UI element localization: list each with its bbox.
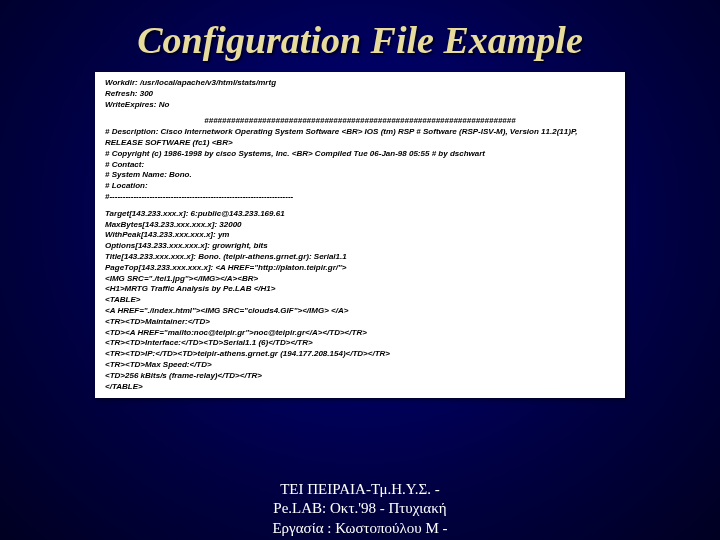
- config-line: Title[143.233.xxx.xxx.x]: Bono. (teipir-…: [105, 252, 615, 263]
- config-line: <H1>MRTG Traffic Analysis by Pe.LAB </H1…: [105, 284, 615, 295]
- footer-line-3: Εργασία : Κωστοπούλου Μ -: [0, 519, 720, 539]
- config-line: <TR><TD>Interface:</TD><TD>Serial1.1 (6)…: [105, 338, 615, 349]
- config-divider: ########################################…: [105, 116, 615, 127]
- config-line: Refresh: 300: [105, 89, 615, 100]
- config-line: MaxBytes[143.233.xxx.xxx.x]: 32000: [105, 220, 615, 231]
- config-line: WriteExpires: No: [105, 100, 615, 111]
- config-line: <TR><TD>IP:</TD><TD>teipir-athens.grnet.…: [105, 349, 615, 360]
- config-line: PageTop[143.233.xxx.xxx.x]: <A HREF="htt…: [105, 263, 615, 274]
- config-line: # Contact:: [105, 160, 615, 171]
- config-line: # Description: Cisco Internetwork Operat…: [105, 127, 615, 149]
- config-line: # System Name: Bono.: [105, 170, 615, 181]
- config-line: <TD><A HREF="mailto:noc@teipir.gr">noc@t…: [105, 328, 615, 339]
- footer-line-1: ΤΕΙ ΠΕΙΡΑΙΑ-Τμ.Η.Υ.Σ. -: [0, 480, 720, 500]
- page-title: Configuration File Example: [0, 0, 720, 72]
- slide-footer: ΤΕΙ ΠΕΙΡΑΙΑ-Τμ.Η.Υ.Σ. - Pe.LAB: Οκτ.'98 …: [0, 480, 720, 539]
- config-line: <TABLE>: [105, 295, 615, 306]
- config-line: <A HREF="./index.html"><IMG SRC="clouds4…: [105, 306, 615, 317]
- config-line: <TR><TD>Maintainer:</TD>: [105, 317, 615, 328]
- config-divider: #---------------------------------------…: [105, 192, 615, 203]
- config-line: # Location:: [105, 181, 615, 192]
- footer-line-2: Pe.LAB: Οκτ.'98 - Πτυχιακή: [0, 499, 720, 519]
- config-line: Options[143.233.xxx.xxx.x]: growright, b…: [105, 241, 615, 252]
- config-line: <TD>256 kBits/s (frame-relay)</TD></TR>: [105, 371, 615, 382]
- config-line: Target[143.233.xxx.x]: 6:public@143.233.…: [105, 209, 615, 220]
- config-file-content: Workdir: /usr/local/apache/v3/html/stats…: [95, 72, 625, 398]
- config-line: </TABLE>: [105, 382, 615, 393]
- config-line: <IMG SRC="./tei1.jpg"></IMG></A><BR>: [105, 274, 615, 285]
- config-line: WithPeak[143.233.xxx.xxx.x]: ym: [105, 230, 615, 241]
- config-line: # Copyright (c) 1986-1998 by cisco Syste…: [105, 149, 615, 160]
- config-line: <TR><TD>Max Speed:</TD>: [105, 360, 615, 371]
- config-line: Workdir: /usr/local/apache/v3/html/stats…: [105, 78, 615, 89]
